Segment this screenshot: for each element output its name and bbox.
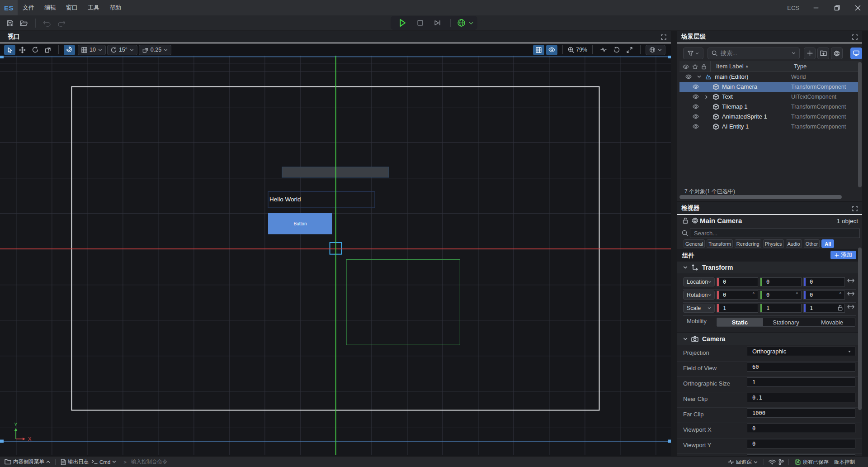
chevron-down-icon[interactable] [792, 52, 796, 55]
column-type[interactable]: Type [794, 63, 807, 70]
section-chevron-icon[interactable] [683, 337, 688, 341]
select-tool-button[interactable] [4, 45, 15, 55]
menu-edit[interactable]: 编辑 [39, 0, 61, 15]
open-folder-icon[interactable] [17, 16, 31, 30]
rotation-dropdown[interactable]: Rotation [683, 291, 715, 300]
camera-section-header[interactable]: Camera [677, 333, 862, 345]
field-of-view-input[interactable]: 60 [747, 362, 855, 372]
location-z-input[interactable]: 0 [803, 277, 845, 286]
run-target-chevron-icon[interactable] [469, 21, 473, 25]
unlock-scale-icon[interactable] [837, 305, 843, 311]
wifi-icon[interactable] [769, 459, 776, 465]
show-grid-button[interactable] [533, 45, 544, 55]
orthographic-size-input[interactable]: 1 [747, 377, 855, 387]
close-button[interactable] [847, 0, 868, 15]
tab-physics[interactable]: Physics [763, 239, 784, 248]
eye-icon[interactable] [693, 104, 699, 109]
viewport-x-input[interactable]: 0 [747, 424, 855, 433]
hierarchy-vscrollbar[interactable] [858, 62, 862, 187]
eye-icon[interactable] [693, 114, 699, 119]
rotation-y-input[interactable]: 0° [760, 291, 802, 300]
undo-icon[interactable] [40, 16, 54, 30]
menu-window[interactable]: 窗口 [61, 0, 83, 15]
display-mode-button[interactable] [850, 48, 862, 59]
frustum-handle[interactable] [0, 440, 4, 443]
tab-rendering[interactable]: Rendering [735, 239, 761, 248]
scene-canvas[interactable]: Hello World Button Y X [0, 56, 671, 455]
maximize-button[interactable] [826, 0, 847, 15]
link-values-icon[interactable] [847, 278, 854, 283]
orientation-gizmo[interactable]: Y X [14, 422, 32, 442]
grid-snap-dropdown[interactable]: 10 [78, 45, 106, 55]
rotate-snap-dropdown[interactable]: 15° [107, 45, 137, 55]
link-values-icon[interactable] [847, 305, 854, 309]
scale-x-input[interactable]: 1 [717, 304, 758, 313]
stats-button[interactable] [598, 45, 609, 55]
add-entity-button[interactable] [804, 48, 816, 59]
inspector-search-input[interactable]: Search... [690, 229, 860, 238]
minimize-button[interactable] [806, 0, 826, 15]
version-control-button[interactable]: 版本控制 [833, 457, 856, 467]
rotation-x-input[interactable]: 0° [717, 291, 758, 300]
expander-right-icon[interactable] [705, 95, 708, 99]
tab-all[interactable]: All [821, 239, 834, 248]
frustum-handle[interactable] [668, 56, 671, 58]
tree-row-label[interactable]: AnimatedSprite 1 [722, 113, 767, 120]
location-y-input[interactable]: 0 [760, 277, 802, 286]
location-dropdown[interactable]: Location [683, 277, 715, 286]
play-button[interactable] [395, 17, 410, 29]
tab-general[interactable]: General [684, 239, 705, 248]
menu-file[interactable]: 文件 [18, 0, 39, 15]
tree-row-main-camera[interactable]: Main Camera TransformComponent [679, 82, 859, 92]
zoom-level[interactable]: 79% [576, 47, 587, 53]
console-command-input[interactable]: > 输入控制台命令 [122, 457, 169, 467]
eye-icon[interactable] [693, 84, 699, 89]
lock-column-icon[interactable] [699, 61, 708, 72]
object-settings-icon[interactable] [692, 217, 698, 224]
hierarchy-search-input[interactable]: 搜索... [708, 48, 800, 59]
unlock-icon[interactable] [682, 217, 689, 224]
redo-icon[interactable] [55, 16, 68, 30]
trace-button[interactable]: 回追踪 [726, 457, 759, 467]
tree-row-label[interactable]: Tilemap 1 [722, 103, 748, 110]
location-x-input[interactable]: 0 [717, 277, 758, 286]
frustum-handle[interactable] [0, 56, 4, 58]
move-tool-button[interactable] [17, 45, 28, 55]
rotate-tool-button[interactable] [29, 45, 41, 55]
menu-tools[interactable]: 工具 [83, 0, 104, 15]
eye-icon[interactable] [693, 124, 699, 129]
viewport-world-dropdown[interactable] [646, 45, 665, 55]
app-logo[interactable]: ES [0, 0, 18, 15]
tree-row-animatedsprite[interactable]: AnimatedSprite 1 TransformComponent [679, 112, 859, 122]
projection-select[interactable]: Orthographic [747, 347, 855, 356]
column-item-label[interactable]: Item Label [716, 63, 744, 70]
scale-snap-dropdown[interactable]: 0.25 [139, 45, 171, 55]
favorite-column-icon[interactable] [690, 61, 699, 72]
tree-row-label[interactable]: AI Entity 1 [722, 123, 749, 130]
tree-row-tilemap[interactable]: Tilemap 1 TransformComponent [679, 102, 859, 112]
tree-row-label[interactable]: main (Editor) [715, 73, 748, 80]
hierarchy-hscrollbar[interactable] [679, 195, 842, 199]
mobility-static[interactable]: Static [717, 318, 763, 326]
scale-y-input[interactable]: 1 [760, 304, 802, 313]
tree-row-text[interactable]: Text UITextComponent [679, 92, 859, 102]
mobility-stationary[interactable]: Stationary [763, 318, 809, 326]
viewport-expand-icon[interactable] [661, 34, 666, 40]
step-button[interactable] [430, 17, 445, 29]
save-status[interactable]: 所有已保存 [793, 457, 830, 467]
rotation-z-input[interactable]: 0° [803, 291, 845, 300]
tree-row-main[interactable]: main (Editor) World [679, 72, 859, 82]
transform-section-header[interactable]: Transform [677, 262, 862, 273]
near-clip-input[interactable]: 0.1 [747, 393, 855, 402]
tree-row-label[interactable]: Main Camera [722, 83, 757, 90]
tree-row-ai-entity[interactable]: AI Entity 1 TransformComponent [679, 122, 859, 132]
output-log-button[interactable]: 输出日志 [59, 457, 90, 467]
save-icon[interactable] [3, 16, 17, 30]
fullscreen-button[interactable] [624, 45, 635, 55]
cmd-selector[interactable]: Cmd [90, 457, 118, 467]
section-chevron-icon[interactable] [683, 266, 688, 269]
menu-help[interactable]: 帮助 [104, 0, 126, 15]
hierarchy-settings-button[interactable] [831, 48, 843, 59]
inspector-expand-icon[interactable] [852, 206, 858, 211]
viewport-y-input[interactable]: 0 [747, 439, 855, 448]
